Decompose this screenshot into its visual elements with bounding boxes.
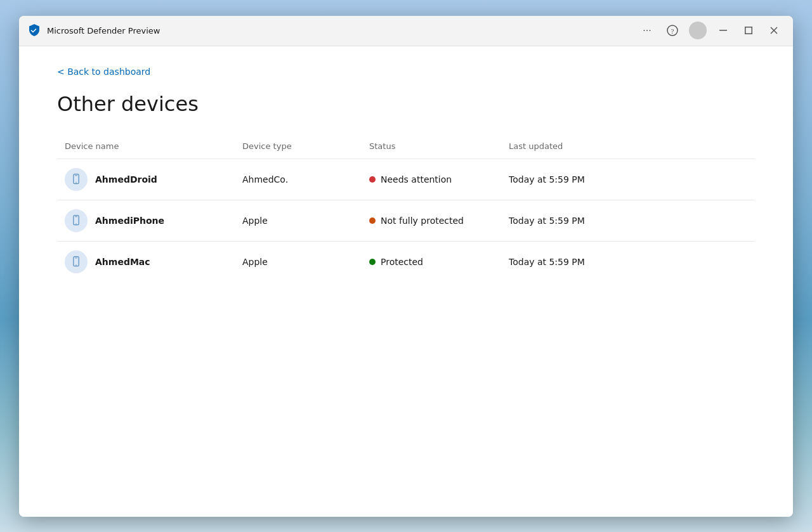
- status-text: Needs attention: [381, 174, 452, 185]
- table-row[interactable]: AhmedMac Apple Protected Today at 5:59 P…: [57, 241, 755, 282]
- status-dot: [369, 217, 376, 224]
- svg-point-7: [75, 182, 77, 183]
- devices-table: Device name Device type Status Last upda…: [57, 136, 755, 282]
- back-to-dashboard-link[interactable]: < Back to dashboard: [57, 67, 150, 77]
- device-name-cell: AhmedMac: [57, 241, 235, 282]
- table-row[interactable]: AhmediPhone Apple Not fully protected To…: [57, 200, 755, 241]
- app-logo-icon: [27, 23, 42, 38]
- maximize-button[interactable]: [737, 19, 760, 42]
- device-name-text: AhmedDroid: [95, 174, 157, 185]
- device-type-cell: AhmedCo.: [235, 159, 362, 200]
- device-type-cell: Apple: [235, 241, 362, 282]
- column-header-device-name: Device name: [57, 136, 235, 159]
- status-dot: [369, 259, 376, 265]
- device-icon: [65, 168, 88, 191]
- column-header-last-updated: Last updated: [501, 136, 755, 159]
- status-text: Not fully protected: [381, 216, 464, 226]
- column-header-device-type: Device type: [235, 136, 362, 159]
- more-options-button[interactable]: ···: [636, 19, 658, 42]
- minimize-button[interactable]: [712, 19, 735, 42]
- titlebar: Microsoft Defender Preview ··· ?: [19, 16, 793, 46]
- device-type-cell: Apple: [235, 200, 362, 241]
- svg-rect-8: [75, 175, 77, 176]
- column-header-status: Status: [362, 136, 501, 159]
- device-name-cell: AhmediPhone: [57, 200, 235, 241]
- last-updated-cell: Today at 5:59 PM: [501, 241, 755, 282]
- device-name-text: AhmedMac: [95, 257, 150, 267]
- device-name-text: AhmediPhone: [95, 216, 164, 226]
- svg-rect-11: [75, 216, 77, 217]
- last-updated-cell: Today at 5:59 PM: [501, 200, 755, 241]
- main-content: < Back to dashboard Other devices Device…: [19, 46, 793, 517]
- help-button[interactable]: ?: [661, 19, 684, 42]
- titlebar-controls: ··· ?: [636, 19, 785, 42]
- svg-rect-2: [719, 30, 727, 31]
- status-text: Protected: [381, 257, 423, 267]
- table-body: AhmedDroid AhmedCo. Needs attention Toda…: [57, 159, 755, 282]
- svg-text:?: ?: [671, 27, 674, 35]
- user-avatar[interactable]: [689, 22, 707, 39]
- device-icon: [65, 209, 88, 232]
- svg-rect-3: [745, 27, 752, 34]
- page-title: Other devices: [57, 92, 755, 116]
- status-dot: [369, 176, 376, 183]
- svg-rect-14: [75, 257, 77, 258]
- device-icon: [65, 250, 88, 273]
- svg-point-13: [75, 264, 77, 266]
- status-cell: Needs attention: [362, 159, 501, 200]
- table-header-row: Device name Device type Status Last upda…: [57, 136, 755, 159]
- app-title: Microsoft Defender Preview: [47, 26, 636, 36]
- device-name-cell: AhmedDroid: [57, 159, 235, 200]
- svg-point-10: [75, 223, 77, 224]
- last-updated-cell: Today at 5:59 PM: [501, 159, 755, 200]
- status-cell: Not fully protected: [362, 200, 501, 241]
- close-button[interactable]: [763, 19, 785, 42]
- app-window: Microsoft Defender Preview ··· ?: [19, 16, 793, 517]
- table-row[interactable]: AhmedDroid AhmedCo. Needs attention Toda…: [57, 159, 755, 200]
- status-cell: Protected: [362, 241, 501, 282]
